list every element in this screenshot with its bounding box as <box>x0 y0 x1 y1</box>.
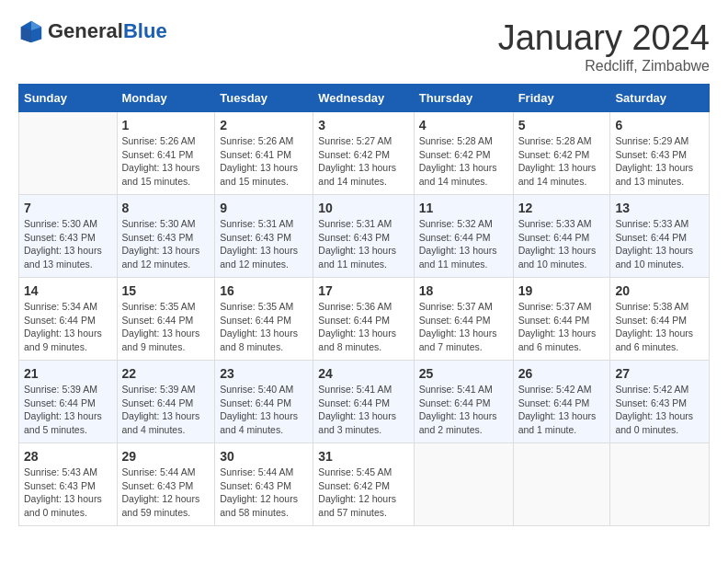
calendar-cell <box>610 443 710 526</box>
day-number: 6 <box>615 118 704 132</box>
day-number: 5 <box>518 118 606 132</box>
day-info: Sunrise: 5:42 AM Sunset: 6:43 PM Dayligh… <box>615 383 704 437</box>
logo-general-text: General <box>48 20 123 42</box>
calendar-cell: 23Sunrise: 5:40 AM Sunset: 6:44 PM Dayli… <box>215 361 313 443</box>
page-header: GeneralBlue January 2024 Redcliff, Zimba… <box>18 18 710 75</box>
day-number: 15 <box>122 283 210 298</box>
calendar-cell: 18Sunrise: 5:37 AM Sunset: 6:44 PM Dayli… <box>414 278 513 361</box>
day-info: Sunrise: 5:41 AM Sunset: 6:44 PM Dayligh… <box>318 383 408 437</box>
week-row-4: 28Sunrise: 5:43 AM Sunset: 6:43 PM Dayli… <box>19 443 710 526</box>
calendar-cell: 26Sunrise: 5:42 AM Sunset: 6:44 PM Dayli… <box>513 361 610 443</box>
logo: GeneralBlue <box>18 18 167 44</box>
calendar-cell: 25Sunrise: 5:41 AM Sunset: 6:44 PM Dayli… <box>414 361 513 443</box>
day-info: Sunrise: 5:30 AM Sunset: 6:43 PM Dayligh… <box>122 217 210 271</box>
week-row-1: 7Sunrise: 5:30 AM Sunset: 6:43 PM Daylig… <box>19 195 710 278</box>
logo-icon <box>18 18 44 44</box>
day-number: 13 <box>615 201 704 215</box>
day-info: Sunrise: 5:39 AM Sunset: 6:44 PM Dayligh… <box>24 383 112 437</box>
month-title: January 2024 <box>498 18 710 58</box>
header-day-friday: Friday <box>513 85 610 112</box>
day-info: Sunrise: 5:44 AM Sunset: 6:43 PM Dayligh… <box>122 465 210 520</box>
calendar-cell: 15Sunrise: 5:35 AM Sunset: 6:44 PM Dayli… <box>117 278 215 361</box>
calendar-cell: 14Sunrise: 5:34 AM Sunset: 6:44 PM Dayli… <box>19 278 118 361</box>
calendar-cell: 31Sunrise: 5:45 AM Sunset: 6:42 PM Dayli… <box>313 443 414 526</box>
day-number: 7 <box>24 201 112 215</box>
calendar-cell: 19Sunrise: 5:37 AM Sunset: 6:44 PM Dayli… <box>513 278 610 361</box>
header-day-sunday: Sunday <box>19 85 118 112</box>
day-number: 3 <box>318 118 408 132</box>
logo-blue-text: Blue <box>123 20 167 42</box>
day-number: 24 <box>318 366 408 381</box>
calendar-cell <box>19 112 118 195</box>
day-info: Sunrise: 5:43 AM Sunset: 6:43 PM Dayligh… <box>24 465 112 520</box>
calendar-cell: 4Sunrise: 5:28 AM Sunset: 6:42 PM Daylig… <box>414 112 513 195</box>
day-number: 23 <box>220 366 308 381</box>
day-info: Sunrise: 5:28 AM Sunset: 6:42 PM Dayligh… <box>518 134 606 189</box>
calendar-cell: 1Sunrise: 5:26 AM Sunset: 6:41 PM Daylig… <box>117 112 215 195</box>
title-block: January 2024 Redcliff, Zimbabwe <box>498 18 710 75</box>
calendar-cell: 17Sunrise: 5:36 AM Sunset: 6:44 PM Dayli… <box>313 278 414 361</box>
day-number: 4 <box>419 118 508 132</box>
calendar-cell: 9Sunrise: 5:31 AM Sunset: 6:43 PM Daylig… <box>215 195 313 278</box>
day-number: 12 <box>518 201 606 215</box>
calendar-cell: 28Sunrise: 5:43 AM Sunset: 6:43 PM Dayli… <box>19 443 118 526</box>
day-info: Sunrise: 5:42 AM Sunset: 6:44 PM Dayligh… <box>518 383 606 437</box>
day-info: Sunrise: 5:38 AM Sunset: 6:44 PM Dayligh… <box>615 300 704 354</box>
day-info: Sunrise: 5:27 AM Sunset: 6:42 PM Dayligh… <box>318 134 408 189</box>
calendar-cell: 30Sunrise: 5:44 AM Sunset: 6:43 PM Dayli… <box>215 443 313 526</box>
day-info: Sunrise: 5:34 AM Sunset: 6:44 PM Dayligh… <box>24 300 112 354</box>
calendar-cell: 12Sunrise: 5:33 AM Sunset: 6:44 PM Dayli… <box>513 195 610 278</box>
day-number: 29 <box>122 449 210 464</box>
calendar-cell: 27Sunrise: 5:42 AM Sunset: 6:43 PM Dayli… <box>610 361 710 443</box>
day-info: Sunrise: 5:33 AM Sunset: 6:44 PM Dayligh… <box>615 217 704 271</box>
day-info: Sunrise: 5:28 AM Sunset: 6:42 PM Dayligh… <box>419 134 508 189</box>
day-info: Sunrise: 5:31 AM Sunset: 6:43 PM Dayligh… <box>318 217 408 271</box>
calendar-header: SundayMondayTuesdayWednesdayThursdayFrid… <box>19 85 710 112</box>
day-number: 28 <box>24 449 112 464</box>
day-number: 18 <box>419 283 508 298</box>
day-info: Sunrise: 5:30 AM Sunset: 6:43 PM Dayligh… <box>24 217 112 271</box>
calendar-cell: 16Sunrise: 5:35 AM Sunset: 6:44 PM Dayli… <box>215 278 313 361</box>
day-info: Sunrise: 5:33 AM Sunset: 6:44 PM Dayligh… <box>518 217 606 271</box>
day-info: Sunrise: 5:40 AM Sunset: 6:44 PM Dayligh… <box>220 383 308 437</box>
day-number: 1 <box>122 118 210 132</box>
calendar-cell: 21Sunrise: 5:39 AM Sunset: 6:44 PM Dayli… <box>19 361 118 443</box>
day-info: Sunrise: 5:36 AM Sunset: 6:44 PM Dayligh… <box>318 300 408 354</box>
day-number: 26 <box>518 366 606 381</box>
day-info: Sunrise: 5:45 AM Sunset: 6:42 PM Dayligh… <box>318 465 408 520</box>
day-number: 21 <box>24 366 112 381</box>
day-info: Sunrise: 5:44 AM Sunset: 6:43 PM Dayligh… <box>220 465 308 520</box>
header-day-tuesday: Tuesday <box>215 85 313 112</box>
day-number: 11 <box>419 201 508 215</box>
day-info: Sunrise: 5:26 AM Sunset: 6:41 PM Dayligh… <box>122 134 210 189</box>
day-number: 25 <box>419 366 508 381</box>
day-info: Sunrise: 5:29 AM Sunset: 6:43 PM Dayligh… <box>615 134 704 189</box>
calendar-cell: 5Sunrise: 5:28 AM Sunset: 6:42 PM Daylig… <box>513 112 610 195</box>
calendar-cell: 11Sunrise: 5:32 AM Sunset: 6:44 PM Dayli… <box>414 195 513 278</box>
calendar-cell: 6Sunrise: 5:29 AM Sunset: 6:43 PM Daylig… <box>610 112 710 195</box>
calendar-cell: 24Sunrise: 5:41 AM Sunset: 6:44 PM Dayli… <box>313 361 414 443</box>
week-row-0: 1Sunrise: 5:26 AM Sunset: 6:41 PM Daylig… <box>19 112 710 195</box>
day-number: 2 <box>220 118 308 132</box>
day-number: 20 <box>615 283 704 298</box>
header-day-saturday: Saturday <box>610 85 710 112</box>
calendar-cell: 29Sunrise: 5:44 AM Sunset: 6:43 PM Dayli… <box>117 443 215 526</box>
day-number: 10 <box>318 201 408 215</box>
header-row: SundayMondayTuesdayWednesdayThursdayFrid… <box>19 85 710 112</box>
day-info: Sunrise: 5:35 AM Sunset: 6:44 PM Dayligh… <box>220 300 308 354</box>
day-number: 9 <box>220 201 308 215</box>
day-info: Sunrise: 5:32 AM Sunset: 6:44 PM Dayligh… <box>419 217 508 271</box>
day-info: Sunrise: 5:31 AM Sunset: 6:43 PM Dayligh… <box>220 217 308 271</box>
day-number: 31 <box>318 449 408 464</box>
day-info: Sunrise: 5:26 AM Sunset: 6:41 PM Dayligh… <box>220 134 308 189</box>
day-number: 8 <box>122 201 210 215</box>
day-info: Sunrise: 5:39 AM Sunset: 6:44 PM Dayligh… <box>122 383 210 437</box>
calendar-cell: 3Sunrise: 5:27 AM Sunset: 6:42 PM Daylig… <box>313 112 414 195</box>
calendar-body: 1Sunrise: 5:26 AM Sunset: 6:41 PM Daylig… <box>19 112 710 526</box>
logo-text: GeneralBlue <box>48 20 167 42</box>
day-number: 14 <box>24 283 112 298</box>
calendar-cell: 20Sunrise: 5:38 AM Sunset: 6:44 PM Dayli… <box>610 278 710 361</box>
header-day-monday: Monday <box>117 85 215 112</box>
week-row-3: 21Sunrise: 5:39 AM Sunset: 6:44 PM Dayli… <box>19 361 710 443</box>
day-info: Sunrise: 5:41 AM Sunset: 6:44 PM Dayligh… <box>419 383 508 437</box>
